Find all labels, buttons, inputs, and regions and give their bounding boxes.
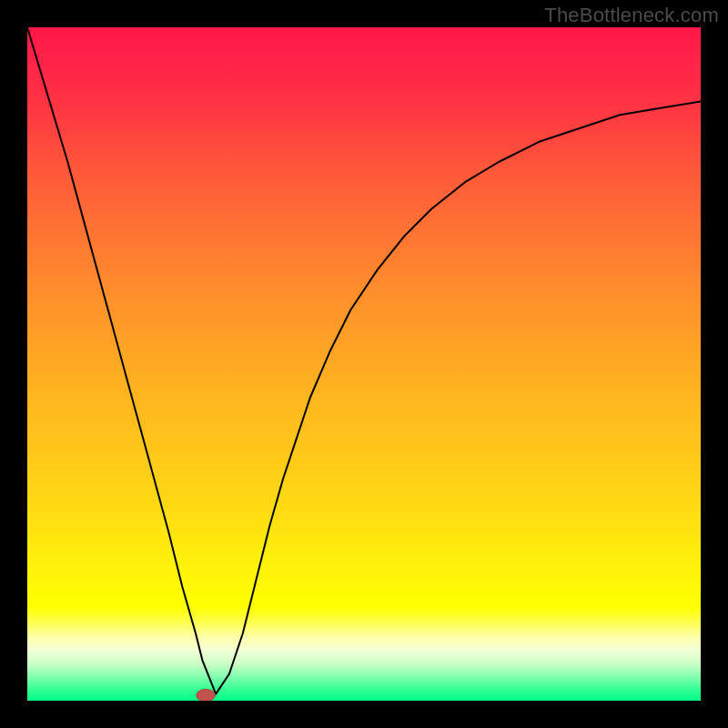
bottleneck-plot	[27, 27, 701, 701]
minimum-marker	[197, 689, 216, 701]
chart-frame: TheBottleneck.com	[0, 0, 728, 728]
site-watermark: TheBottleneck.com	[544, 4, 719, 27]
gradient-background	[27, 27, 701, 701]
